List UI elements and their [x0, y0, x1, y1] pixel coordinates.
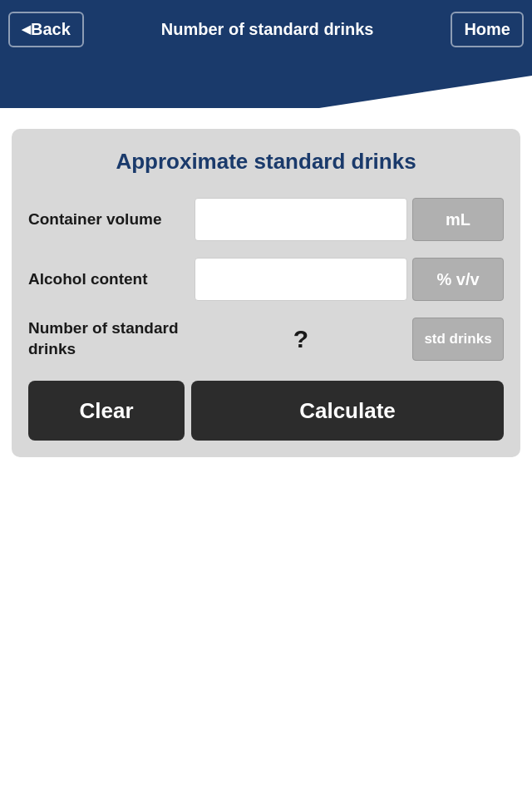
- container-volume-row: Container volume mL: [28, 198, 504, 241]
- alcohol-content-label: Alcohol content: [28, 270, 195, 288]
- alcohol-content-unit: % v/v: [412, 258, 504, 301]
- container-volume-input[interactable]: [195, 198, 407, 241]
- standard-drinks-row: Number of standard drinks ? std drinks: [28, 318, 504, 361]
- back-button[interactable]: Back: [8, 12, 84, 47]
- standard-drinks-unit: std drinks: [412, 318, 504, 361]
- home-button[interactable]: Home: [451, 12, 524, 47]
- calculate-button[interactable]: Calculate: [191, 381, 504, 441]
- page-title: Number of standard drinks: [84, 20, 451, 39]
- action-buttons: Clear Calculate: [28, 381, 504, 441]
- alcohol-content-row: Alcohol content % v/v: [28, 258, 504, 301]
- standard-drinks-label: Number of standard drinks: [28, 318, 195, 359]
- standard-drinks-value: ?: [195, 325, 407, 353]
- card-title: Approximate standard drinks: [28, 149, 504, 175]
- main-card: Approximate standard drinks Container vo…: [12, 129, 520, 457]
- container-volume-unit: mL: [412, 198, 504, 241]
- container-volume-label: Container volume: [28, 210, 195, 229]
- header-nav: Back Number of standard drinks Home: [0, 0, 532, 58]
- clear-button[interactable]: Clear: [28, 381, 185, 441]
- alcohol-content-input[interactable]: [195, 258, 407, 301]
